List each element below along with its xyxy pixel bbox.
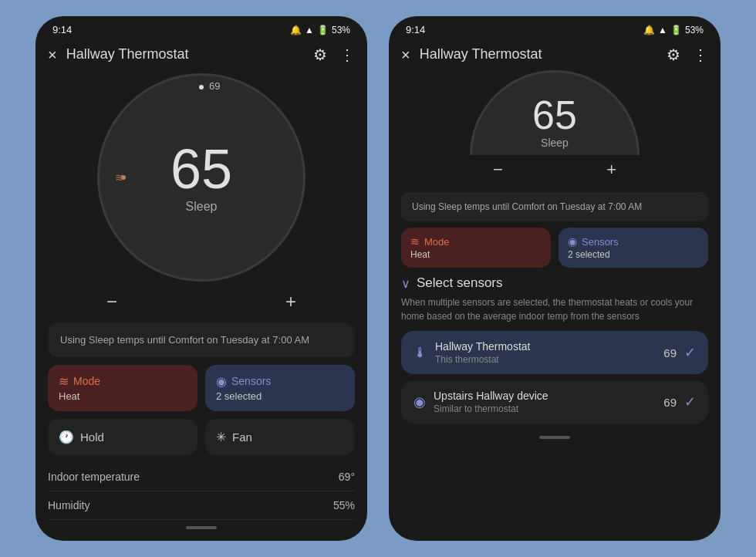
sensors-icon-2: ◉ [568, 235, 577, 248]
fan-icon-1: ✳ [216, 430, 226, 444]
mode-heat-icon-2: ≋ [410, 235, 420, 248]
select-sensors-description: When multiple sensors are selected, the … [401, 295, 708, 323]
mode-display-1: Sleep [186, 200, 218, 214]
sensors-btn-header-2: ◉ Sensors [568, 235, 699, 248]
set-temp-1: 69 [209, 80, 220, 92]
mini-dial-arc[interactable]: 65 Sleep [470, 70, 640, 155]
heat-icon-1: ≋ [115, 171, 124, 184]
sensor-info-hallway: Hallway Thermostat This thermostat [435, 340, 530, 365]
dial-circle-1[interactable]: 69 ≋ 65 Sleep [97, 73, 305, 282]
info-text-1: Using Sleep temps until Comfort on Tuesd… [60, 334, 309, 346]
signal-icon-2: 🔔 [643, 25, 655, 35]
mini-plus-button[interactable]: + [606, 160, 616, 180]
sensors-label-2: Sensors [582, 236, 619, 248]
phone-1: 9:14 🔔 ▲ 🔋 53% × Hallway Thermostat ⚙ ⋮ [35, 16, 367, 541]
close-button-1[interactable]: × [48, 47, 57, 62]
gear-icon-2[interactable]: ⚙ [667, 47, 680, 62]
signal-icon-1: 🔔 [290, 25, 302, 35]
humidity-row: Humidity 55% [48, 491, 355, 520]
sensors-value-2: 2 selected [568, 249, 699, 260]
sensor-sub-hallway: This thermostat [435, 354, 530, 365]
sensor-icon-upstairs: ◉ [413, 393, 426, 410]
sensors-icon-1: ◉ [216, 374, 227, 389]
mode-label-1: Mode [73, 375, 100, 387]
mode-btn-header-1: ≋ Mode [59, 374, 187, 389]
mode-button-1[interactable]: ≋ Mode Heat [48, 365, 197, 411]
sensors-button-2[interactable]: ◉ Sensors 2 selected [559, 228, 708, 268]
check-icon-upstairs: ✓ [684, 393, 696, 410]
gear-icon-1[interactable]: ⚙ [313, 47, 327, 62]
sensors-label-1: Sensors [231, 375, 271, 387]
sensor-info-upstairs: Upstairs Hallway device Similar to therm… [434, 390, 548, 414]
mini-mode: Sleep [541, 137, 569, 149]
mode-value-2: Heat [410, 249, 542, 260]
status-icons-2: 🔔 ▲ 🔋 53% [643, 25, 704, 35]
mode-heat-icon-1: ≋ [59, 374, 69, 389]
battery-icon-1: 🔋 [317, 25, 329, 35]
close-button-2[interactable]: × [401, 47, 410, 62]
battery-pct-1: 53% [332, 25, 350, 35]
temp-minus-button-1[interactable]: − [97, 288, 127, 316]
humidity-label: Humidity [48, 499, 89, 511]
info-box-1: Using Sleep temps until Comfort on Tuesd… [48, 323, 355, 357]
battery-pct-2: 53% [685, 25, 704, 35]
page-title-1: Hallway Thermostat [66, 46, 189, 62]
chevron-down-icon[interactable]: ∨ [401, 276, 410, 291]
mode-value-1: Heat [59, 390, 187, 402]
scroll-indicator-1 [186, 526, 217, 529]
sensors-value-1: 2 selected [216, 390, 344, 402]
current-temp-1: 65 [170, 141, 232, 197]
sensors-btn-header-1: ◉ Sensors [216, 374, 344, 389]
mini-temp: 65 [532, 95, 577, 135]
check-icon-hallway: ✓ [684, 344, 696, 361]
humidity-value: 55% [333, 499, 355, 511]
sensor-name-upstairs: Upstairs Hallway device [434, 390, 548, 402]
wifi-icon-2: ▲ [658, 25, 667, 35]
mini-dial-area: 65 Sleep − + [389, 70, 721, 187]
sensor-item-upstairs[interactable]: ◉ Upstairs Hallway device Similar to the… [401, 380, 708, 424]
fan-label-1: Fan [232, 430, 252, 444]
top-bar-icons-1: ⚙ ⋮ [313, 47, 355, 62]
dial-dot-top-1 [199, 85, 204, 89]
sensor-name-hallway: Hallway Thermostat [435, 340, 530, 353]
phones-container: 9:14 🔔 ▲ 🔋 53% × Hallway Thermostat ⚙ ⋮ [35, 16, 721, 541]
more-icon-2[interactable]: ⋮ [693, 47, 708, 62]
mode-label-2: Mode [424, 236, 450, 248]
mode-button-2[interactable]: ≋ Mode Heat [401, 228, 551, 268]
sensors-button-1[interactable]: ◉ Sensors 2 selected [205, 365, 355, 411]
time-2: 9:14 [406, 24, 425, 35]
phone-2: 9:14 🔔 ▲ 🔋 53% × Hallway Thermostat ⚙ ⋮ … [389, 16, 721, 541]
mini-minus-button[interactable]: − [493, 160, 503, 180]
top-bar-left-1: × Hallway Thermostat [48, 46, 188, 62]
select-sensors-title: Select sensors [417, 275, 503, 291]
hold-label-1: Hold [80, 430, 104, 444]
mode-sensors-row-2: ≋ Mode Heat ◉ Sensors 2 selected [401, 228, 708, 268]
select-sensors-section: ∨ Select sensors When multiple sensors a… [401, 275, 708, 430]
status-bar-2: 9:14 🔔 ▲ 🔋 53% [389, 16, 721, 40]
info-text-2: Using Sleep temps until Comfort on Tuesd… [412, 201, 642, 212]
dial-container-1: 69 ≋ 65 Sleep [35, 73, 367, 282]
indoor-temp-row: Indoor temperature 69° [48, 463, 355, 491]
select-sensors-header: ∨ Select sensors [401, 275, 708, 291]
more-icon-1[interactable]: ⋮ [339, 47, 355, 62]
battery-icon-2: 🔋 [670, 25, 682, 35]
mode-btn-header-2: ≋ Mode [410, 235, 542, 248]
sensor-item-left-upstairs: ◉ Upstairs Hallway device Similar to the… [413, 390, 548, 414]
hold-fan-row-1: 🕐 Hold ✳ Fan [48, 419, 355, 455]
hold-button-1[interactable]: 🕐 Hold [48, 419, 197, 455]
fan-button-1[interactable]: ✳ Fan [205, 419, 355, 455]
data-rows-1: Indoor temperature 69° Humidity 55% [48, 463, 355, 520]
status-icons-1: 🔔 ▲ 🔋 53% [290, 25, 350, 35]
indoor-temp-label: Indoor temperature [48, 471, 140, 483]
temp-plus-button-1[interactable]: + [276, 288, 305, 316]
time-1: 9:14 [52, 24, 72, 35]
sensor-item-hallway[interactable]: 🌡 Hallway Thermostat This thermostat 69 … [401, 331, 708, 374]
hold-icon-1: 🕐 [59, 430, 74, 444]
top-bar-icons-2: ⚙ ⋮ [667, 47, 708, 62]
scroll-indicator-2 [539, 436, 570, 439]
sensor-right-upstairs: 69 ✓ [663, 393, 696, 410]
mini-controls: − + [470, 160, 640, 180]
thermostat-icon-hallway: 🌡 [413, 345, 427, 361]
sensor-temp-upstairs: 69 [663, 396, 677, 409]
sensor-right-hallway: 69 ✓ [663, 344, 696, 361]
